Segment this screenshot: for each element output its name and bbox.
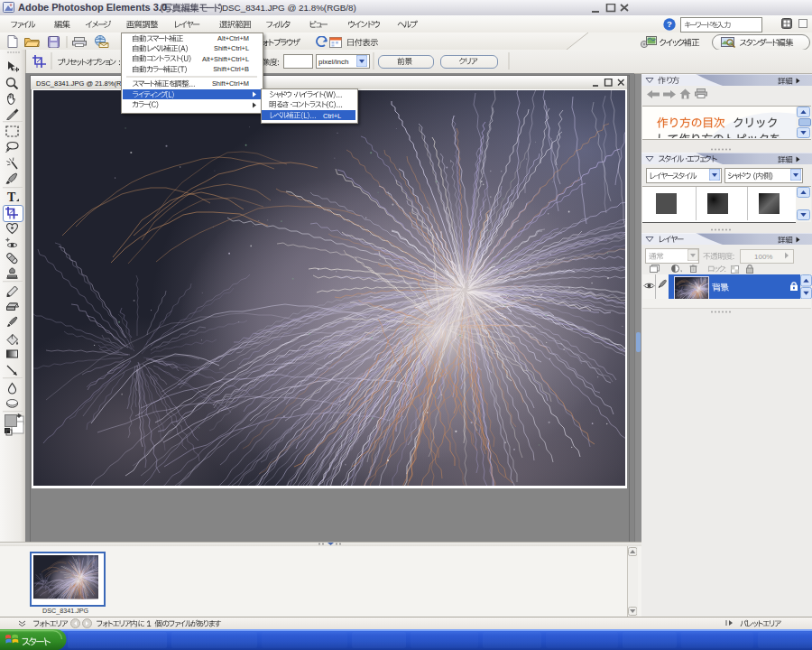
- svg-text:T: T: [7, 190, 16, 203]
- svg-text:?: ?: [667, 19, 672, 29]
